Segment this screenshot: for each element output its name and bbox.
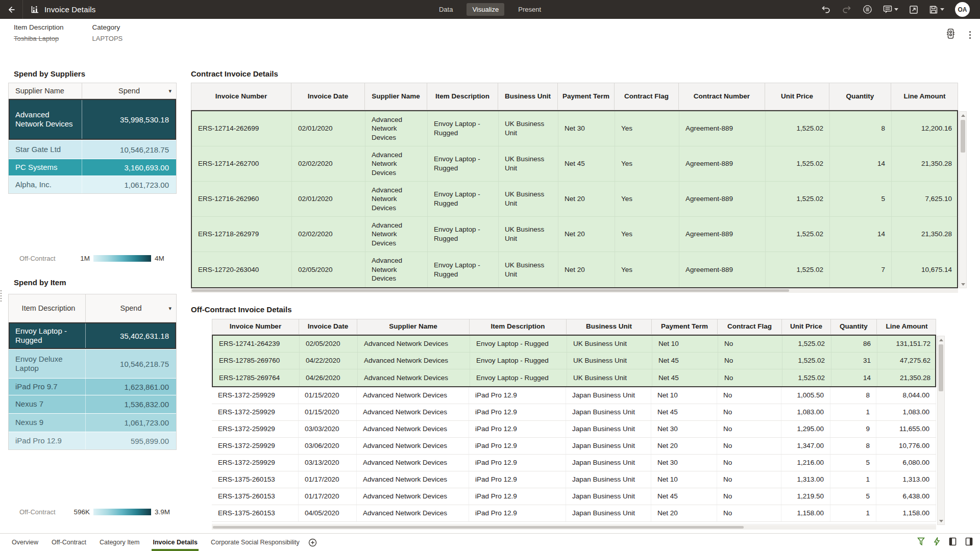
offcontract-cell[interactable]: 1,083.00 bbox=[876, 404, 936, 420]
contract-cell[interactable]: UK Business Unit bbox=[499, 182, 558, 216]
item-name-cell[interactable]: Envoy Laptop - Rugged bbox=[9, 322, 86, 349]
contract-cell[interactable]: 02/02/2020 bbox=[292, 146, 365, 181]
offcontract-cell[interactable]: ERS-12785-269760 bbox=[213, 353, 300, 369]
contract-column-header[interactable]: Line Amount bbox=[891, 83, 958, 110]
supplier-name-column-header[interactable]: Supplier Name bbox=[9, 83, 82, 98]
kebab-menu-icon[interactable] bbox=[968, 30, 972, 40]
offcontract-cell[interactable]: 10,776.00 bbox=[876, 438, 936, 454]
offcontract-cell[interactable]: No bbox=[718, 369, 782, 386]
contract-cell[interactable]: 5 bbox=[830, 182, 892, 216]
offcontract-cell[interactable]: Advanced Network Devices bbox=[357, 488, 469, 505]
offcontract-row[interactable]: ERS-1372-25992903/06/2020Advanced Networ… bbox=[212, 438, 936, 455]
item-name-cell[interactable]: iPad Pro 12.9 bbox=[9, 432, 86, 449]
offcontract-cell[interactable]: UK Business Unit bbox=[567, 369, 652, 386]
contract-cell[interactable]: 1,525.02 bbox=[766, 217, 830, 252]
contract-cell[interactable]: Net 20 bbox=[558, 182, 615, 216]
contract-cell[interactable]: 02/01/2020 bbox=[292, 182, 365, 216]
supplier-row[interactable]: Alpha, Inc.1,061,723.00 bbox=[9, 176, 176, 193]
supplier-spend-cell[interactable]: 35,998,530.18 bbox=[82, 99, 176, 140]
item-spend-cell[interactable]: 595,899.00 bbox=[86, 432, 176, 449]
contract-cell[interactable]: Net 45 bbox=[558, 146, 615, 181]
contract-cell[interactable]: Envoy Laptop - Rugged bbox=[428, 217, 499, 252]
offcontract-column-header[interactable]: Invoice Date bbox=[299, 319, 357, 334]
contract-cell[interactable]: UK Business Unit bbox=[499, 111, 558, 146]
offcontract-cell[interactable]: Japan Business Unit bbox=[566, 438, 651, 454]
offcontract-cell[interactable]: ERS-1372-259929 bbox=[212, 438, 299, 454]
offcontract-cell[interactable]: Advanced Network Devices bbox=[357, 438, 469, 454]
offcontract-cell[interactable]: 1,347.00 bbox=[781, 438, 830, 454]
offcontract-cell[interactable]: 1,295.00 bbox=[781, 421, 830, 437]
offcontract-cell[interactable]: Advanced Network Devices bbox=[357, 455, 469, 471]
offcontract-cell[interactable]: Envoy Laptop - Rugged bbox=[470, 369, 567, 386]
contract-column-header[interactable]: Business Unit bbox=[498, 83, 558, 110]
supplier-name-cell[interactable]: Advanced Network Devices bbox=[9, 99, 82, 140]
offcontract-cell[interactable]: iPad Pro 12.9 bbox=[469, 421, 566, 437]
offcontract-cell[interactable]: No bbox=[717, 404, 781, 420]
tab-present[interactable]: Present bbox=[512, 3, 547, 16]
offcontract-cell[interactable]: 1,525.02 bbox=[782, 336, 831, 352]
offcontract-cell[interactable]: Advanced Network Devices bbox=[358, 369, 470, 386]
offcontract-cell[interactable]: 47,275.62 bbox=[877, 353, 937, 369]
item-name-cell[interactable]: Nexus 7 bbox=[9, 395, 86, 413]
offcontract-cell[interactable]: 1,158.00 bbox=[876, 505, 936, 521]
offcontract-cell[interactable]: 1,525.02 bbox=[782, 353, 831, 369]
offcontract-column-header[interactable]: Supplier Name bbox=[357, 319, 470, 334]
contract-cell[interactable]: 02/05/2020 bbox=[292, 252, 365, 287]
offcontract-cell[interactable]: Net 45 bbox=[651, 488, 717, 505]
offcontract-cell[interactable]: Net 45 bbox=[651, 404, 717, 420]
toggle-left-panel-icon[interactable] bbox=[949, 537, 957, 548]
item-row[interactable]: Envoy Laptop - Rugged35,402,631.18 bbox=[9, 322, 176, 349]
canvas-tab-invoice-details[interactable]: Invoice Details bbox=[146, 534, 204, 551]
offcontract-row[interactable]: ERS-1372-25992903/03/2020Advanced Networ… bbox=[212, 421, 936, 438]
item-spend-cell[interactable]: 1,623,861.00 bbox=[86, 379, 176, 395]
offcontract-cell[interactable]: 1 bbox=[830, 505, 876, 521]
filter-chip[interactable]: Item DescriptionToshiba Laptop bbox=[14, 23, 64, 42]
contract-column-header[interactable]: Contract Number bbox=[679, 83, 765, 110]
offcontract-cell[interactable]: Advanced Network Devices bbox=[357, 471, 469, 488]
offcontract-column-header[interactable]: Item Description bbox=[470, 319, 567, 334]
contract-column-header[interactable]: Quantity bbox=[829, 83, 891, 110]
contract-cell[interactable]: 8 bbox=[830, 111, 892, 146]
contract-cell[interactable]: UK Business Unit bbox=[499, 217, 558, 252]
canvas-tab-off-contract[interactable]: Off-Contract bbox=[45, 534, 93, 551]
offcontract-cell[interactable]: 131,151.72 bbox=[877, 336, 937, 352]
sort-descending-icon[interactable]: ▾ bbox=[168, 88, 172, 94]
contract-row[interactable]: ERS-12714-26269902/01/2020Advanced Netwo… bbox=[192, 111, 957, 146]
offcontract-cell[interactable]: Advanced Network Devices bbox=[357, 387, 469, 404]
offcontract-cell[interactable]: ERS-1372-259929 bbox=[212, 404, 299, 420]
item-row[interactable]: iPad Pro 12.9595,899.00 bbox=[9, 432, 176, 449]
offcontract-cell[interactable]: Net 20 bbox=[651, 505, 717, 521]
offcontract-cell[interactable]: 1,313.00 bbox=[781, 471, 830, 488]
offcontract-cell[interactable]: 04/26/2020 bbox=[300, 369, 358, 386]
offcontract-cell[interactable]: No bbox=[717, 488, 781, 505]
contract-cell[interactable]: 14 bbox=[830, 217, 892, 252]
offcontract-cell[interactable]: UK Business Unit bbox=[567, 353, 652, 369]
supplier-name-cell[interactable]: Star Gate Ltd bbox=[9, 140, 82, 159]
offcontract-cell[interactable]: Japan Business Unit bbox=[566, 471, 651, 488]
offcontract-cell[interactable]: Net 10 bbox=[651, 387, 717, 404]
contract-cell[interactable]: ERS-12714-262699 bbox=[192, 111, 292, 146]
contract-column-header[interactable]: Unit Price bbox=[765, 83, 829, 110]
supplier-row[interactable]: Advanced Network Devices35,998,530.18 bbox=[9, 99, 176, 140]
contract-cell[interactable]: Advanced Network Devices bbox=[365, 182, 428, 216]
offcontract-cell[interactable]: No bbox=[717, 471, 781, 488]
contract-cell[interactable]: Envoy Laptop - Rugged bbox=[428, 111, 499, 146]
contract-cell[interactable]: Yes bbox=[615, 146, 679, 181]
contract-cell[interactable]: Yes bbox=[615, 252, 679, 287]
contract-cell[interactable]: 12,200.16 bbox=[892, 111, 959, 146]
offcontract-cell[interactable]: 31 bbox=[831, 353, 877, 369]
offcontract-cell[interactable]: 6,438.00 bbox=[876, 488, 936, 505]
offcontract-cell[interactable]: No bbox=[717, 387, 781, 404]
contract-cell[interactable]: 21,350.28 bbox=[892, 146, 959, 181]
supplier-spend-cell[interactable]: 3,160,693.00 bbox=[82, 159, 176, 176]
offcontract-row[interactable]: ERS-1372-25992901/15/2020Advanced Networ… bbox=[212, 404, 936, 421]
offcontract-cell[interactable]: Advanced Network Devices bbox=[357, 421, 469, 437]
offcontract-cell[interactable]: ERS-1375-260153 bbox=[212, 505, 299, 521]
offcontract-cell[interactable]: 86 bbox=[831, 336, 877, 352]
filter-controls-icon[interactable] bbox=[946, 28, 955, 41]
item-spend-cell[interactable]: 10,546,218.75 bbox=[86, 349, 176, 378]
supplier-name-cell[interactable]: PC Systems bbox=[9, 159, 82, 176]
contract-cell[interactable]: Net 20 bbox=[558, 217, 615, 252]
canvas-tab-category-item[interactable]: Category Item bbox=[93, 534, 146, 551]
offcontract-cell[interactable]: ERS-1375-260153 bbox=[212, 488, 299, 505]
